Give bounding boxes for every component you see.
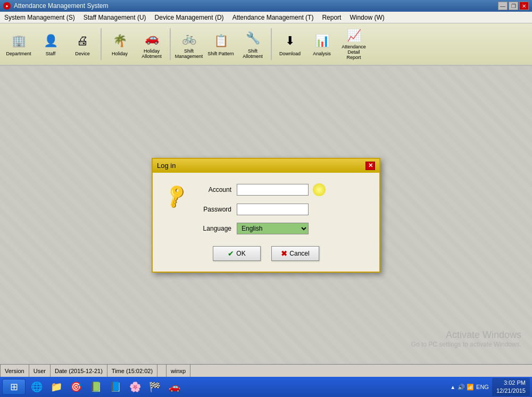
time-segment: Time (15:02:02) xyxy=(107,365,157,377)
form-area: Account Password Language xyxy=(194,183,367,242)
cancel-button[interactable]: ✖ Cancel xyxy=(271,246,319,261)
taskbar: ⊞ 🌐 📁 🎯 📗 📘 🌸 🏁 🚗 ▲ 🔊 📶 ENG 3:02 PM 12/2… xyxy=(0,377,532,397)
toolbar: 🏢 Department 👤 Staff 🖨 Device 🌴 Holiday … xyxy=(0,23,532,66)
machine-segment: winxp xyxy=(167,365,190,377)
taskbar-app6[interactable]: 🌸 xyxy=(126,379,144,395)
tray-icons: 🔊 📶 xyxy=(458,384,474,391)
dialog-body: 🔑 Account Password xyxy=(153,173,379,272)
menu-item-window[interactable]: Window (W) xyxy=(345,12,388,23)
key-icon: 🔑 xyxy=(162,181,190,209)
version-label: Version xyxy=(5,368,24,374)
taskbar-word[interactable]: 📘 xyxy=(106,379,124,395)
machine-label: winxp xyxy=(171,368,186,374)
shift-allotment-label: Shift Allotment xyxy=(239,49,267,60)
clock-time: 3:02 PM xyxy=(496,379,526,387)
cancel-label: Cancel xyxy=(289,250,309,257)
dialog-content: 🔑 Account Password xyxy=(165,183,367,242)
menu-item-attendance[interactable]: Attendance Management (T) xyxy=(228,12,318,23)
user-segment: User xyxy=(29,365,51,377)
buttons-row: ✔ OK ✖ Cancel xyxy=(165,246,367,261)
toolbar-holiday-allotment[interactable]: 🚗 Holiday Allotment xyxy=(136,26,167,62)
check-icon: ✔ xyxy=(228,249,234,258)
download-label: Download xyxy=(279,52,301,57)
toolbar-shift-management[interactable]: 🚲 Shift Management xyxy=(173,26,204,62)
toolbar-staff[interactable]: 👤 Staff xyxy=(35,26,66,62)
main-area: Activate Windows Go to PC settings to ac… xyxy=(0,66,532,364)
toolbar-attendance-detail[interactable]: 📈 Attendance Detail Report xyxy=(338,26,369,62)
shift-management-icon: 🚲 xyxy=(179,29,198,48)
device-label: Device xyxy=(75,52,90,57)
menu-item-device[interactable]: Device Management (D) xyxy=(151,12,228,23)
toolbar-separator-2 xyxy=(170,28,171,60)
taskbar-apps: 🌐 📁 🎯 📗 📘 🌸 🏁 🚗 xyxy=(28,379,184,395)
system-tray: ▲ 🔊 📶 ENG xyxy=(450,384,489,391)
password-label: Password xyxy=(194,206,237,213)
key-icon-area: 🔑 xyxy=(165,183,189,242)
ok-button[interactable]: ✔ OK xyxy=(213,246,261,261)
dialog-close-button[interactable]: ✕ xyxy=(365,162,375,170)
language-row: Language English Chinese xyxy=(194,223,367,234)
toolbar-shift-allotment[interactable]: 🔧 Shift Allotment xyxy=(237,26,268,62)
account-row: Account xyxy=(194,183,367,196)
app-icon: ● xyxy=(3,2,11,10)
shift-pattern-label: Shift Pattern xyxy=(207,52,234,57)
tray-lang: ENG xyxy=(476,384,489,390)
toolbar-separator-3 xyxy=(271,28,272,60)
version-segment: Version xyxy=(0,365,29,377)
dialog-overlay: Log in ✕ 🔑 Account xyxy=(0,66,532,364)
taskbar-folder[interactable]: 📁 xyxy=(47,379,65,395)
menu-item-staff[interactable]: Staff Management (U) xyxy=(79,12,151,23)
clock-date: 12/21/2015 xyxy=(496,387,526,395)
window-title: Attendance Management System xyxy=(14,2,108,10)
shift-pattern-icon: 📋 xyxy=(211,31,230,50)
holiday-label: Holiday xyxy=(112,52,128,57)
toolbar-device[interactable]: 🖨 Device xyxy=(67,26,98,62)
dialog-titlebar: Log in ✕ xyxy=(153,159,379,173)
password-row: Password xyxy=(194,204,367,215)
toolbar-download[interactable]: ⬇ Download xyxy=(275,26,305,62)
taskbar-app7[interactable]: 🏁 xyxy=(146,379,164,395)
taskbar-ie[interactable]: 🌐 xyxy=(28,379,46,395)
time-label: Time (15:02:02) xyxy=(112,368,153,374)
taskbar-excel[interactable]: 📗 xyxy=(87,379,105,395)
taskbar-right: ▲ 🔊 📶 ENG 3:02 PM 12/21/2015 xyxy=(450,378,530,396)
clock-area[interactable]: 3:02 PM 12/21/2015 xyxy=(492,378,530,396)
close-button[interactable]: ✕ xyxy=(519,2,529,10)
cursor-indicator xyxy=(313,183,326,196)
account-label: Account xyxy=(194,186,237,193)
dialog-title: Log in xyxy=(157,162,176,170)
toolbar-holiday[interactable]: 🌴 Holiday xyxy=(104,26,135,62)
holiday-allotment-label: Holiday Allotment xyxy=(138,49,165,60)
title-bar: ● Attendance Management System — ❐ ✕ xyxy=(0,0,532,12)
start-button[interactable]: ⊞ xyxy=(2,379,26,395)
user-label: User xyxy=(34,368,46,374)
minimize-button[interactable]: — xyxy=(498,2,508,10)
department-icon: 🏢 xyxy=(9,31,28,50)
maximize-button[interactable]: ❐ xyxy=(509,2,518,10)
taskbar-app8[interactable]: 🚗 xyxy=(165,379,184,395)
attendance-detail-label: Attendance Detail Report xyxy=(340,45,368,61)
language-select[interactable]: English Chinese xyxy=(237,223,309,234)
tray-arrow[interactable]: ▲ xyxy=(450,384,455,390)
account-input[interactable] xyxy=(237,184,309,196)
password-input[interactable] xyxy=(237,204,309,215)
menu-bar: System Management (S) Staff Management (… xyxy=(0,12,532,23)
toolbar-analysis[interactable]: 📊 Analysis xyxy=(306,26,337,62)
x-icon: ✖ xyxy=(281,249,287,258)
download-icon: ⬇ xyxy=(280,31,300,50)
holiday-allotment-icon: 🚗 xyxy=(142,29,161,48)
menu-item-report[interactable]: Report xyxy=(318,12,345,23)
toolbar-department[interactable]: 🏢 Department xyxy=(3,26,34,62)
attendance-detail-icon: 📈 xyxy=(344,28,363,44)
staff-icon: 👤 xyxy=(41,31,60,50)
date-label: Date (2015-12-21) xyxy=(55,368,103,374)
language-label: Language xyxy=(194,225,237,232)
toolbar-shift-pattern[interactable]: 📋 Shift Pattern xyxy=(205,26,236,62)
login-dialog: Log in ✕ 🔑 Account xyxy=(152,158,380,273)
taskbar-app3[interactable]: 🎯 xyxy=(67,379,85,395)
date-segment: Date (2015-12-21) xyxy=(51,365,107,377)
menu-item-system[interactable]: System Management (S) xyxy=(0,12,79,23)
shift-allotment-icon: 🔧 xyxy=(243,29,262,48)
staff-label: Staff xyxy=(46,52,55,57)
toolbar-separator-1 xyxy=(101,28,102,60)
